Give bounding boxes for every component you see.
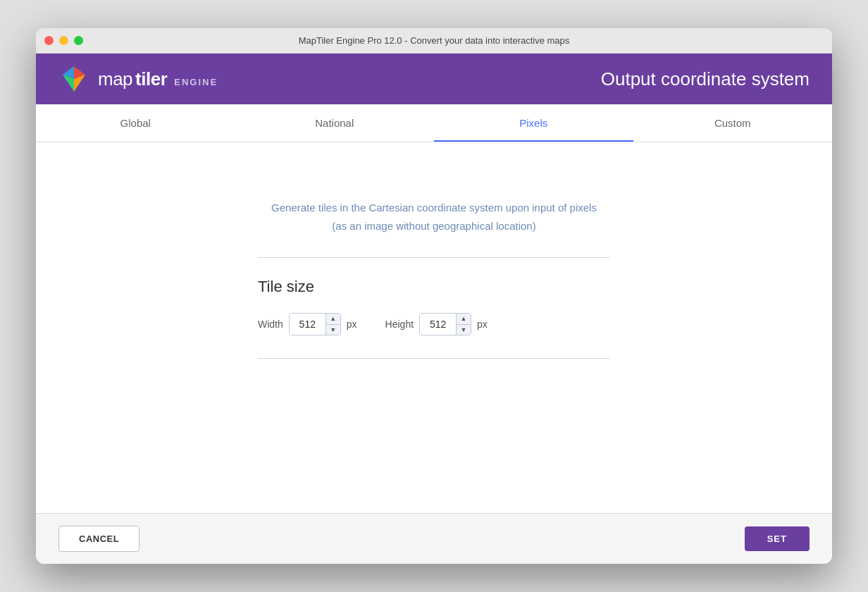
tile-size-section: Tile size Width ▲ ▼ px	[258, 258, 610, 358]
minimize-button[interactable]	[59, 36, 68, 45]
height-label: Height	[385, 319, 414, 330]
close-button[interactable]	[44, 36, 54, 45]
tab-custom[interactable]: Custom	[633, 104, 833, 142]
page-title: Output coordinate system	[601, 68, 810, 90]
cancel-button[interactable]: CANCEL	[58, 526, 140, 552]
tab-pixels[interactable]: Pixels	[434, 104, 633, 142]
height-input[interactable]	[420, 314, 457, 335]
set-button[interactable]: SET	[745, 526, 810, 551]
tab-global[interactable]: Global	[36, 104, 235, 142]
logo-engine-text: ENGINE	[174, 77, 218, 87]
maximize-button[interactable]	[74, 36, 83, 45]
tab-national[interactable]: National	[235, 104, 435, 142]
titlebar: MapTiler Engine Pro 12.0 - Convert your …	[36, 28, 832, 54]
logo-area: maptiler ENGINE	[58, 63, 218, 94]
window-controls	[44, 36, 83, 45]
footer: CANCEL SET	[36, 513, 832, 564]
width-unit: px	[347, 319, 357, 330]
height-increment-button[interactable]: ▲	[457, 314, 471, 325]
main-content: Generate tiles in the Cartesian coordina…	[36, 142, 832, 513]
width-spinbox-buttons: ▲ ▼	[326, 314, 340, 335]
bottom-divider	[258, 358, 610, 359]
tab-bar: Global National Pixels Custom	[36, 104, 832, 142]
height-spinbox-buttons: ▲ ▼	[457, 314, 471, 335]
width-decrement-button[interactable]: ▼	[326, 325, 340, 335]
app-window: MapTiler Engine Pro 12.0 - Convert your …	[36, 28, 832, 564]
tile-size-title: Tile size	[258, 278, 610, 296]
width-input[interactable]	[290, 314, 326, 335]
height-unit: px	[477, 319, 488, 330]
height-decrement-button[interactable]: ▼	[457, 325, 471, 335]
inputs-row: Width ▲ ▼ px Height	[258, 313, 610, 335]
width-group: Width ▲ ▼ px	[258, 313, 357, 335]
logo-text: maptiler ENGINE	[98, 68, 218, 90]
app-header: maptiler ENGINE Output coordinate system	[36, 54, 832, 104]
content-panel: Generate tiles in the Cartesian coordina…	[258, 171, 610, 359]
width-increment-button[interactable]: ▲	[326, 314, 340, 325]
window-title: MapTiler Engine Pro 12.0 - Convert your …	[299, 35, 570, 46]
logo-map-text: map	[98, 68, 132, 90]
width-spinbox[interactable]: ▲ ▼	[289, 313, 341, 335]
logo-icon	[58, 63, 89, 94]
logo-tiler-text: tiler	[135, 68, 167, 90]
height-spinbox[interactable]: ▲ ▼	[419, 313, 471, 335]
width-label: Width	[258, 319, 283, 330]
height-group: Height ▲ ▼ px	[385, 313, 488, 335]
description-text: Generate tiles in the Cartesian coordina…	[258, 199, 610, 235]
